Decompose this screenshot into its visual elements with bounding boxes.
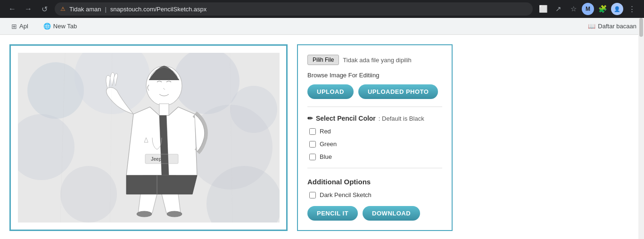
back-button[interactable]: ←	[6, 2, 19, 16]
download-button[interactable]: DOWNLOAD	[363, 206, 420, 221]
avatar-icon[interactable]: 👤	[611, 3, 623, 15]
reading-list[interactable]: 📖 Daftar bacaan	[588, 23, 636, 30]
svg-text:Jeep: Jeep	[151, 157, 162, 162]
svg-point-7	[60, 166, 117, 223]
upload-row: UPLOAD UPLOADED PHOTO	[307, 84, 442, 99]
nav-buttons: ← → ↺	[6, 2, 51, 16]
svg-point-13	[137, 211, 152, 217]
red-label: Red	[320, 128, 331, 135]
translate-icon[interactable]: ⬜	[537, 2, 550, 16]
sketch-svg: Jeep	[18, 53, 280, 223]
extensions-icon[interactable]: 🧩	[596, 2, 609, 16]
address-bar[interactable]: ⚠ Tidak aman | snapstouch.com/PencilSket…	[55, 2, 533, 16]
toolbar-icons: ⬜ ↗ ☆ M 🧩 👤 ⋮	[537, 2, 638, 16]
apps-grid-icon: ⊞	[11, 23, 17, 30]
profile-icon[interactable]: M	[582, 3, 594, 15]
share-icon[interactable]: ↗	[552, 2, 565, 16]
image-panel: Jeep	[9, 44, 288, 231]
choose-file-button[interactable]: Pilih File	[307, 55, 339, 65]
upload-button[interactable]: UPLOAD	[307, 84, 354, 99]
page-content: Jeep	[0, 35, 644, 239]
scrollbar[interactable]	[638, 18, 644, 239]
pencil-icon: ✏	[307, 115, 313, 122]
blue-checkbox[interactable]	[309, 154, 316, 160]
reload-button[interactable]: ↺	[38, 2, 51, 16]
green-checkbox-row: Green	[309, 140, 442, 148]
apps-label: Apl	[19, 23, 28, 30]
options-panel: Pilih File Tidak ada file yang dipilih B…	[297, 44, 453, 231]
red-checkbox[interactable]	[309, 128, 316, 135]
pencil-it-button[interactable]: PENCIL IT	[307, 206, 358, 221]
reading-icon: 📖	[588, 23, 595, 30]
bookmark-star-icon[interactable]: ☆	[567, 2, 580, 16]
divider-1	[307, 107, 442, 107]
file-chooser-row: Pilih File Tidak ada file yang dipilih	[307, 55, 442, 65]
reading-label: Daftar bacaan	[598, 23, 636, 30]
green-label: Green	[320, 140, 337, 148]
security-warning: ⚠	[60, 6, 66, 12]
separator: |	[105, 6, 106, 13]
browser-chrome: ← → ↺ ⚠ Tidak aman | snapstouch.com/Penc…	[0, 0, 644, 18]
pencil-color-title: Select Pencil Color	[316, 115, 376, 122]
action-row: PENCIL IT DOWNLOAD	[307, 206, 442, 221]
pencil-color-section: ✏ Select Pencil Color : Default is Black	[307, 115, 442, 122]
forward-button[interactable]: →	[22, 2, 35, 16]
svg-point-14	[167, 211, 182, 217]
browse-label: Browse Image For Editiing	[307, 72, 442, 79]
url-text: snapstouch.com/PencilSketch.aspx	[110, 6, 207, 13]
pencil-color-subtitle: : Default is Black	[379, 115, 424, 122]
blue-checkbox-row: Blue	[309, 153, 442, 160]
file-name-text: Tidak ada file yang dipilih	[343, 57, 412, 64]
dark-pencil-checkbox-row: Dark Pencil Sketch	[309, 191, 442, 198]
apps-bookmark[interactable]: ⊞ Apl	[8, 21, 32, 32]
dark-pencil-checkbox[interactable]	[309, 192, 316, 198]
dark-pencil-label: Dark Pencil Sketch	[320, 191, 372, 198]
svg-rect-10	[159, 104, 169, 115]
uploaded-photo-button[interactable]: UPLOADED PHOTO	[358, 84, 438, 99]
security-text: Tidak aman	[69, 6, 101, 13]
blue-label: Blue	[320, 153, 332, 160]
newtab-globe-icon: 🌐	[43, 23, 51, 30]
scrollbar-thumb[interactable]	[639, 18, 643, 37]
red-checkbox-row: Red	[309, 128, 442, 135]
newtab-label: New Tab	[53, 23, 77, 30]
newtab-bookmark[interactable]: 🌐 New Tab	[40, 21, 81, 32]
bookmarks-bar: ⊞ Apl 🌐 New Tab 📖 Daftar bacaan	[0, 18, 644, 35]
additional-options-title: Additional Options	[307, 178, 442, 186]
menu-icon[interactable]: ⋮	[625, 2, 638, 16]
svg-rect-11	[145, 154, 178, 164]
divider-2	[307, 168, 442, 168]
sketch-image: Jeep	[18, 53, 280, 223]
green-checkbox[interactable]	[309, 141, 316, 148]
